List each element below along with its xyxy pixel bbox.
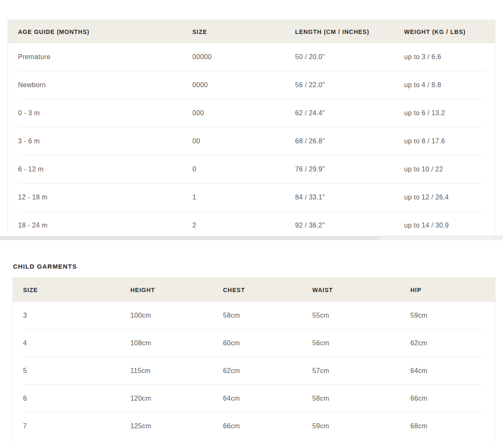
table-cell: up to 6 / 13.2 <box>404 109 495 117</box>
table-cell: 0 - 3 m <box>8 109 192 117</box>
table-row: 6120cm64cm58cm66cm <box>13 385 495 412</box>
table-row: 4108cm60cm56cm62cm <box>13 329 495 357</box>
table-cell: up to 14 / 30.9 <box>404 222 495 229</box>
column-header: WEIGHT (KG / LBS) <box>404 28 495 35</box>
table-cell: 56 / 22.0" <box>295 81 404 89</box>
table-cell: 57cm <box>312 367 410 375</box>
table-cell: 59cm <box>312 422 410 430</box>
table-cell: 0000 <box>192 81 295 89</box>
child-garments-table: SIZEHEIGHTCHESTWAISTHIP 3100cm58cm55cm59… <box>13 277 495 443</box>
column-header: SIZE <box>13 287 130 293</box>
table-cell: 2 <box>192 222 295 229</box>
table-cell: 84 / 33.1" <box>295 194 404 201</box>
table-cell: 5 <box>13 367 130 375</box>
table-cell: 6 - 12 m <box>8 166 192 173</box>
table-cell: Newborn <box>8 81 192 89</box>
table-cell: 0 <box>192 166 295 173</box>
horizontal-scrollbar-thumb[interactable] <box>0 237 379 240</box>
table-cell: 18 - 24 m <box>8 222 192 229</box>
table-row: 18 - 24 m292 / 36.2"up to 14 / 30.9 <box>8 212 495 236</box>
table-row: Premature0000050 / 20.0"up to 3 / 6.6 <box>8 43 495 71</box>
table-cell: 000 <box>192 109 295 117</box>
table-cell: 4 <box>13 339 130 347</box>
table-cell: 76 / 29.9" <box>295 166 404 173</box>
table-cell: 62cm <box>223 367 312 375</box>
baby-size-table: AGE GUIDE (MONTHS)SIZELENGTH (CM / INCHE… <box>8 20 495 236</box>
table-cell: 12 - 18 m <box>8 194 192 201</box>
table-cell: 125cm <box>130 422 223 430</box>
table-row: 12 - 18 m184 / 33.1"up to 12 / 26.4 <box>8 184 495 211</box>
table-cell: up to 8 / 17.6 <box>404 137 495 145</box>
column-header: HIP <box>410 287 495 293</box>
table-cell: 64cm <box>410 367 495 375</box>
table-cell: 64cm <box>223 395 312 402</box>
column-header: HEIGHT <box>130 287 223 293</box>
column-header: LENGTH (CM / INCHES) <box>295 28 404 35</box>
table-cell: 100cm <box>130 312 223 319</box>
table-cell: 120cm <box>130 395 223 402</box>
table-cell: 6 <box>13 395 130 402</box>
table-cell: up to 4 / 8.8 <box>404 81 495 89</box>
table-cell: 68 / 26.8" <box>295 137 404 145</box>
table-cell: 3 - 6 m <box>8 137 192 145</box>
table-cell: 66cm <box>410 395 495 402</box>
table-row: 0 - 3 m00062 / 24.4"up to 6 / 13.2 <box>8 99 495 127</box>
table-row: 3 - 6 m0068 / 26.8"up to 8 / 17.6 <box>8 127 495 155</box>
table-cell: 3 <box>13 312 130 319</box>
baby-table-header-row: AGE GUIDE (MONTHS)SIZELENGTH (CM / INCHE… <box>8 20 495 43</box>
table-cell: 56cm <box>312 339 410 347</box>
table-cell: 62 / 24.4" <box>295 109 404 117</box>
column-header: CHEST <box>223 287 312 293</box>
table-cell: 00000 <box>192 53 295 61</box>
table-cell: 66cm <box>223 422 312 430</box>
table-cell: 1 <box>192 194 295 201</box>
table-row: 6 - 12 m076 / 29.9"up to 10 / 22 <box>8 155 495 183</box>
table-cell: 7 <box>13 422 130 430</box>
table-cell: 00 <box>192 137 295 145</box>
table-cell: 55cm <box>312 312 410 319</box>
child-table-header-row: SIZEHEIGHTCHESTWAISTHIP <box>13 278 495 302</box>
table-cell: up to 12 / 26.4 <box>404 194 495 201</box>
table-row: 7125cm66cm59cm68cm <box>13 412 495 440</box>
table-cell: 50 / 20.0" <box>295 53 404 61</box>
horizontal-scrollbar-track[interactable] <box>0 236 503 240</box>
child-garments-heading: CHILD GARMENTS <box>13 263 77 270</box>
table-cell: 68cm <box>410 422 495 430</box>
table-cell: 58cm <box>223 312 312 319</box>
table-cell: 60cm <box>223 339 312 347</box>
table-cell: 92 / 36.2" <box>295 222 404 229</box>
column-header: WAIST <box>312 287 410 293</box>
table-cell: Premature <box>8 53 192 61</box>
table-cell: 108cm <box>130 339 223 347</box>
table-cell: 58cm <box>312 395 410 402</box>
table-row: Newborn000056 / 22.0"up to 4 / 8.8 <box>8 71 495 99</box>
table-row: 3100cm58cm55cm59cm <box>13 302 495 329</box>
table-cell: 115cm <box>130 367 223 375</box>
table-cell: up to 3 / 6.6 <box>404 53 495 61</box>
column-header: SIZE <box>192 28 295 35</box>
size-guide-page: { "colors": { "page_bg": "#ffffff", "tab… <box>0 0 503 448</box>
table-row: 5115cm62cm57cm64cm <box>13 357 495 384</box>
table-cell: 59cm <box>410 312 495 319</box>
column-header: AGE GUIDE (MONTHS) <box>8 28 192 35</box>
table-cell: 62cm <box>410 339 495 347</box>
table-cell: up to 10 / 22 <box>404 166 495 173</box>
